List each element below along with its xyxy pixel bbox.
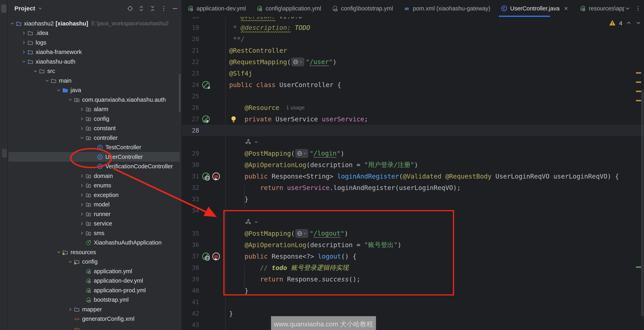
tree-chevron-closed-icon[interactable] bbox=[79, 211, 85, 217]
mApi-gutter-icon[interactable]: m bbox=[212, 252, 220, 261]
tree-item-runner[interactable]: runner bbox=[8, 209, 180, 219]
tree-chevron-closed-icon[interactable] bbox=[67, 306, 73, 312]
leafGlobe-gutter-icon[interactable] bbox=[202, 172, 210, 181]
tree-chevron-open-icon[interactable] bbox=[32, 68, 38, 74]
tree-item-java[interactable]: java bbox=[8, 85, 180, 95]
error-stripe-warning-mark[interactable] bbox=[636, 72, 641, 74]
tree-chevron-closed-icon[interactable] bbox=[79, 173, 85, 179]
tree-item-enums[interactable]: enums bbox=[8, 181, 180, 190]
project-panel-title[interactable]: Project bbox=[14, 5, 35, 12]
code-line-29[interactable]: 29 @PostMapping("/login") bbox=[182, 148, 644, 159]
code-line-26[interactable]: 26 @Resource1 usage bbox=[182, 102, 644, 113]
tree-chevron-closed-icon[interactable] bbox=[79, 192, 85, 198]
code-line-31[interactable]: 31m public Response<String> loginAndRegi… bbox=[182, 171, 644, 182]
tab-resources-applicati[interactable]: resources\applicati bbox=[574, 0, 624, 17]
collapse-all-icon[interactable] bbox=[149, 5, 156, 12]
code-line-32[interactable]: 32 return userService.loginAndRegister(u… bbox=[182, 182, 644, 193]
tree-chevron-open-icon[interactable] bbox=[21, 59, 27, 65]
code-line-21[interactable]: 21@RestController bbox=[182, 45, 644, 56]
code-line-33[interactable]: 33 } bbox=[182, 193, 644, 205]
next-problem-icon[interactable] bbox=[635, 20, 642, 27]
prev-problem-icon[interactable] bbox=[626, 20, 632, 27]
tree-chevron-open-icon[interactable] bbox=[79, 135, 85, 141]
error-stripe-todo-mark[interactable] bbox=[636, 266, 641, 268]
tree-item-main[interactable]: main bbox=[8, 76, 180, 85]
tree-item-service[interactable]: service bbox=[8, 219, 180, 229]
tree-chevron-open-icon[interactable] bbox=[44, 78, 50, 84]
ai-assistant-inlay[interactable] bbox=[244, 138, 258, 146]
code-line-37[interactable]: 37m public Response<?> logout() { bbox=[182, 251, 644, 262]
tree-item-TestController[interactable]: CTestController bbox=[8, 143, 180, 152]
tree-item-exception[interactable]: exception bbox=[8, 190, 180, 200]
code-line-23[interactable]: 23@Slf4j bbox=[182, 68, 644, 79]
tab-pom.xml-xiaohashu-gateway-[interactable]: mpom.xml (xiaohashu-gateway) bbox=[398, 0, 496, 17]
tree-item-application-dev.yml[interactable]: application-dev.yml bbox=[8, 276, 180, 286]
tree-chevron-open-icon[interactable] bbox=[56, 87, 62, 93]
tree-item-src[interactable]: src bbox=[8, 66, 180, 76]
tree-item-xiaoha-framework[interactable]: xiaoha-framework bbox=[8, 47, 180, 57]
tree-item-config[interactable]: config bbox=[8, 114, 180, 124]
code-line-40[interactable]: 40 } bbox=[182, 285, 644, 296]
tree-chevron-closed-icon[interactable] bbox=[79, 106, 85, 112]
error-stripe-warning-mark[interactable] bbox=[636, 81, 641, 83]
beanArrow-gutter-icon[interactable] bbox=[202, 115, 210, 124]
tree-item-logs[interactable]: logs bbox=[8, 38, 180, 47]
tab-UserController.java[interactable]: CUserController.java bbox=[496, 0, 574, 17]
code-line-25[interactable]: 25 bbox=[182, 90, 644, 102]
tree-item-constant[interactable]: constant bbox=[8, 124, 180, 133]
tree-chevron-closed-icon[interactable] bbox=[21, 49, 27, 55]
code-line-30[interactable]: 30 @ApiOperationLog(description = "用户登录/… bbox=[182, 159, 644, 171]
code-line-43[interactable]: 43 bbox=[182, 319, 644, 330]
mApi-gutter-icon[interactable]: m bbox=[212, 172, 220, 181]
code-line-36[interactable]: 36 @ApiOperationLog(description = "账号登出"… bbox=[182, 239, 644, 251]
tab-application-dev.yml[interactable]: application-dev.yml bbox=[182, 0, 251, 17]
code-line-19[interactable]: 19 * @description: TODO bbox=[182, 22, 644, 33]
code-line-39[interactable]: 39 return Response.success(); bbox=[182, 273, 644, 285]
code-line-22[interactable]: 22@RequestMapping("/user") bbox=[182, 56, 644, 68]
tabs-dropdown-icon[interactable] bbox=[624, 5, 631, 12]
tab-config-application.yml[interactable]: config\application.yml bbox=[251, 0, 326, 17]
project-tree-scrollbar[interactable] bbox=[179, 74, 180, 112]
tree-item-controller[interactable]: controller bbox=[8, 133, 180, 143]
tree-item-alarm[interactable]: alarm bbox=[8, 104, 180, 114]
tree-chevron-closed-icon[interactable] bbox=[21, 30, 27, 36]
tree-chevron-open-icon[interactable] bbox=[67, 259, 73, 265]
code-line-42[interactable]: 42} bbox=[182, 308, 644, 319]
tree-item-sms[interactable]: sms bbox=[8, 228, 180, 238]
tree-item-generatorConfig.xml[interactable]: </>generatorConfig.xml bbox=[8, 314, 180, 324]
more-options-icon[interactable] bbox=[160, 5, 167, 12]
tree-item-xiaohashu-auth[interactable]: xiaohashu-auth bbox=[8, 57, 180, 66]
hide-panel-icon[interactable] bbox=[172, 5, 178, 12]
error-stripe-warning-mark[interactable] bbox=[636, 91, 641, 92]
tree-item-application.yml[interactable]: application.yml bbox=[8, 266, 180, 276]
tab-config-bootstrap.yml[interactable]: config\bootstrap.yml bbox=[326, 0, 398, 17]
stripe-tool-button[interactable] bbox=[2, 149, 7, 158]
http-method-globe-chip[interactable] bbox=[295, 149, 308, 158]
http-method-globe-chip[interactable] bbox=[291, 58, 304, 66]
tree-item-bootstrap.yml[interactable]: bootstrap.yml bbox=[8, 295, 180, 305]
expand-all-icon[interactable] bbox=[138, 5, 144, 12]
tree-item-XiaohashuAuthApplication[interactable]: XiaohashuAuthApplication bbox=[8, 238, 180, 248]
tree-chevron-closed-icon[interactable] bbox=[79, 116, 85, 122]
error-stripe-warning-mark[interactable] bbox=[636, 100, 641, 101]
tree-item-.idea[interactable]: .idea bbox=[8, 28, 180, 38]
tabs-more-icon[interactable] bbox=[635, 5, 641, 12]
tree-item-partial[interactable]: </> bbox=[8, 323, 180, 330]
tree-chevron-closed-icon[interactable] bbox=[21, 40, 27, 46]
stripe-tool-button[interactable] bbox=[1, 5, 6, 13]
http-method-globe-chip[interactable] bbox=[295, 229, 308, 238]
tree-chevron-open-icon[interactable] bbox=[67, 97, 73, 103]
code-line-18[interactable]: 18 * @version: v1.0.0 bbox=[182, 17, 644, 22]
tree-chevron-closed-icon[interactable] bbox=[79, 202, 85, 208]
editor-scrollbar-thumb[interactable] bbox=[641, 90, 644, 316]
tree-chevron-open-icon[interactable] bbox=[9, 21, 15, 27]
code-editor[interactable]: 18 * @version: v1.0.019 * @description: … bbox=[182, 17, 644, 330]
tree-item-config[interactable]: config bbox=[8, 257, 180, 267]
tree-chevron-closed-icon[interactable] bbox=[79, 183, 85, 189]
tree-item-model[interactable]: model bbox=[8, 200, 180, 209]
inspections-widget[interactable]: 4 bbox=[609, 19, 642, 27]
leafGlobe-gutter-icon[interactable] bbox=[202, 252, 210, 261]
intention-bulb-icon[interactable] bbox=[230, 115, 238, 123]
beanTri-gutter-icon[interactable] bbox=[202, 80, 210, 89]
tree-chevron-closed-icon[interactable] bbox=[79, 230, 85, 236]
